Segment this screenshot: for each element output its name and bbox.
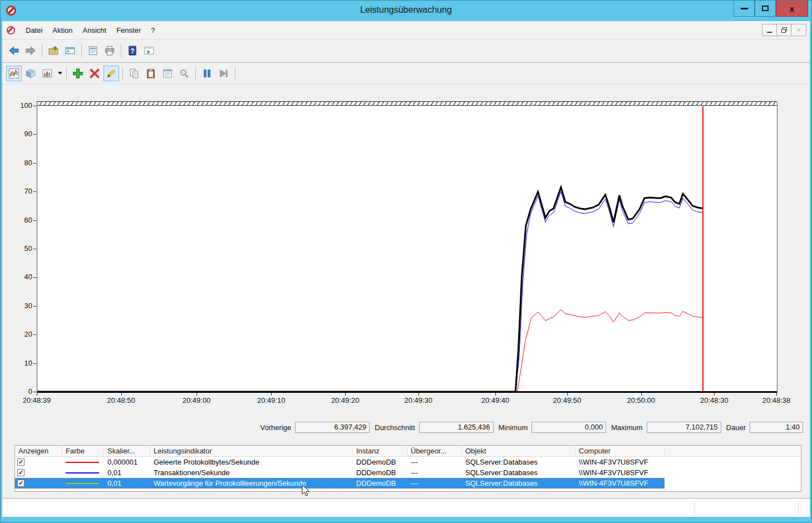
table-cell: Wartevorgänge für Protokollleerungen/Sek…: [150, 479, 353, 487]
change-graph-type-button[interactable]: [40, 66, 55, 81]
toolbar-separator: [81, 44, 82, 57]
x-axis-tickmark: [714, 393, 715, 396]
color-swatch: [66, 483, 99, 484]
column-header[interactable]: Anzeigen: [15, 446, 62, 456]
table-cell: DDDemoDB: [353, 468, 407, 477]
child-window-icon[interactable]: [7, 26, 15, 34]
column-header[interactable]: Skalier...: [104, 446, 150, 456]
menu-help[interactable]: ?: [146, 24, 160, 37]
close-button[interactable]: x: [776, 1, 808, 17]
window-title: Leistungsüberwachung: [1, 5, 811, 15]
restore-icon: [781, 27, 788, 33]
minimize-button[interactable]: [734, 1, 755, 17]
series-line: [37, 310, 702, 392]
table-cell: Geleerte Protokollbytes/Sekunde: [150, 458, 353, 466]
property-page-button[interactable]: [85, 43, 101, 58]
child-close-button[interactable]: ×: [791, 24, 806, 36]
series-line: [37, 188, 702, 392]
back-button[interactable]: [6, 43, 22, 58]
counter-table[interactable]: AnzeigenFarbeSkalier...Leistungsindikato…: [14, 445, 801, 492]
child-restore-button[interactable]: [777, 24, 791, 36]
minimize-icon: [741, 8, 748, 9]
highlight-button[interactable]: [104, 66, 119, 81]
x-axis-tickmark: [271, 393, 272, 396]
app-body: Datei Aktion Ansicht Fenster ? ×: [2, 21, 810, 517]
freeze-display-button[interactable]: [199, 66, 215, 81]
table-cell: SQLServer:Databases: [462, 479, 575, 487]
y-axis-tick-label: 20: [3, 330, 32, 339]
column-header[interactable]: Farbe: [62, 446, 104, 456]
y-axis-tickmark: [33, 249, 36, 249]
y-axis-tickmark: [33, 191, 36, 192]
column-header[interactable]: Instanz: [353, 446, 407, 456]
change-graph-type-dropdown[interactable]: [56, 66, 63, 81]
y-axis-tickmark: [33, 134, 36, 135]
view-log-data-button[interactable]: [23, 66, 38, 81]
y-axis-tick-label: 80: [3, 159, 32, 167]
column-header[interactable]: Übergeor...: [407, 446, 462, 456]
column-header[interactable]: Objekt: [462, 446, 575, 456]
view-current-activity-button[interactable]: [6, 66, 22, 81]
menu-aktion[interactable]: Aktion: [47, 24, 77, 37]
performance-chart[interactable]: [37, 101, 777, 393]
copy-properties-button[interactable]: [126, 66, 142, 81]
column-header[interactable]: Leistungsindikator: [150, 446, 353, 456]
child-minimize-button[interactable]: [762, 24, 777, 36]
console-tree-button[interactable]: [62, 43, 78, 58]
zoom-button[interactable]: [176, 66, 192, 81]
new-window-button[interactable]: [141, 43, 157, 58]
show-checkbox[interactable]: ✓: [17, 480, 24, 487]
child-minimize-icon: [767, 32, 772, 33]
y-axis-tickmark: [33, 106, 36, 106]
delete-counter-button[interactable]: [87, 66, 102, 81]
y-axis-tickmark: [33, 220, 36, 221]
x-axis-tickmark: [196, 393, 197, 396]
x-axis-tickmark: [567, 393, 568, 396]
x-axis-tick-label: 20:49:50: [546, 396, 588, 404]
table-cell: DDDemoDB: [353, 479, 407, 487]
help-icon: ?: [127, 46, 137, 56]
paste-counter-list-button[interactable]: [143, 66, 159, 81]
y-axis-tickmark: [33, 334, 36, 335]
stat-label: Maximum: [611, 423, 642, 432]
counter-row[interactable]: ✓0,01Wartevorgänge für Protokollleerunge…: [15, 478, 665, 489]
x-axis-tick-label: 20:49:20: [324, 396, 366, 404]
status-separator: [798, 500, 799, 516]
x-axis-tick-label: 20:48:30: [693, 396, 735, 404]
folder-up-button[interactable]: [46, 43, 61, 58]
show-checkbox[interactable]: ✓: [17, 458, 24, 466]
counter-row[interactable]: ✓0,01Transaktionen/SekundeDDDemoDB---SQL…: [15, 467, 801, 478]
update-data-button[interactable]: [216, 66, 232, 81]
table-header-row: AnzeigenFarbeSkalier...Leistungsindikato…: [15, 446, 801, 457]
folder-up-icon: [48, 46, 58, 56]
freeze-display-icon: [202, 68, 212, 78]
print-button[interactable]: [102, 43, 117, 58]
properties-button[interactable]: [160, 66, 175, 81]
stat-vorherige: Vorherige6.397,429: [260, 422, 370, 433]
stat-value: 0,000: [532, 422, 606, 433]
maximize-button[interactable]: [755, 1, 776, 17]
forward-button[interactable]: [23, 43, 38, 58]
title-bar[interactable]: Leistungsüberwachung x: [1, 1, 811, 21]
column-header[interactable]: Computer: [575, 446, 665, 456]
stat-dauer: Dauer1:40: [726, 422, 803, 433]
add-counter-button[interactable]: [70, 66, 86, 81]
help-button[interactable]: ?: [125, 43, 140, 58]
x-axis-tick-label: 20:48:38: [755, 396, 798, 404]
y-axis-tickmark: [33, 306, 36, 307]
properties-icon: [163, 68, 173, 78]
y-axis-tick-label: 50: [3, 244, 32, 253]
show-checkbox[interactable]: ✓: [17, 469, 24, 476]
table-cell: \\WIN-4F3V7U8SFVF: [575, 468, 665, 477]
menu-bar: Datei Aktion Ansicht Fenster ? ×: [2, 21, 810, 40]
menu-fenster[interactable]: Fenster: [111, 24, 146, 37]
table-cell: ---: [407, 458, 462, 466]
y-axis-tickmark: [33, 277, 36, 278]
y-axis-tickmark: [33, 163, 36, 164]
menu-ansicht[interactable]: Ansicht: [78, 24, 112, 37]
toolbar-separator: [42, 44, 42, 57]
x-axis-line: [37, 391, 777, 393]
menu-datei[interactable]: Datei: [21, 24, 47, 37]
y-axis-tickmark: [33, 392, 36, 392]
counter-row[interactable]: ✓0,000001Geleerte Protokollbytes/Sekunde…: [15, 457, 801, 467]
